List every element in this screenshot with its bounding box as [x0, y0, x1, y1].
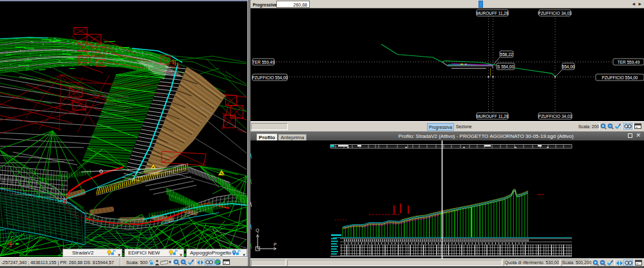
- svg-text:P: P: [274, 242, 277, 247]
- svg-text:558,22: 558,22: [500, 52, 513, 57]
- svg-text:Q: Q: [256, 228, 260, 233]
- svg-text:554,00: 554,00: [562, 64, 575, 69]
- svg-text:MUROUFF 11,28: MUROUFF 11,28: [476, 11, 508, 15]
- svg-text:PZUFFICIO 554,00: PZUFFICIO 554,00: [602, 75, 638, 80]
- svg-text:PZUFFICIO 34,03: PZUFFICIO 34,03: [538, 11, 572, 15]
- svg-text:TER 559,49: TER 559,49: [618, 60, 640, 64]
- svg-text:PZUFFICIO 554,00: PZUFFICIO 554,00: [252, 75, 288, 80]
- svg-text:PZUFFICIO 34,03: PZUFFICIO 34,03: [538, 114, 573, 119]
- svg-text:S 554,00: S 554,00: [497, 64, 514, 69]
- svg-text:MUROUFF 11,28: MUROUFF 11,28: [476, 114, 508, 119]
- svg-text:TER 559,49: TER 559,49: [252, 60, 275, 64]
